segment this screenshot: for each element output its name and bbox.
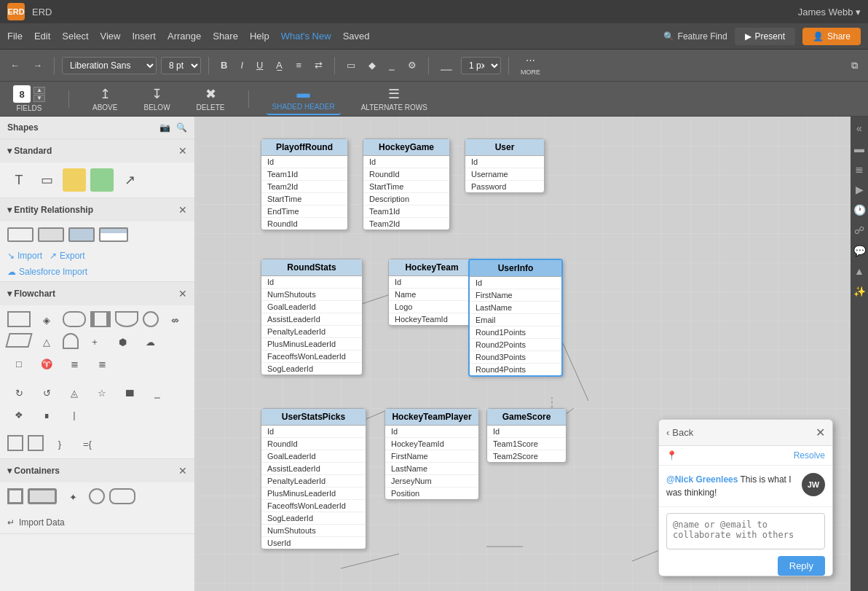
fc-list2[interactable]: ≣ [90,355,114,372]
er-shape-1[interactable] [7,227,33,242]
fc-square2[interactable] [7,435,23,451]
import-button[interactable]: ↘ Import [7,251,42,261]
font-size-select[interactable]: 8 pt [161,57,201,74]
fc-pentagon[interactable]: ⯀ [118,384,141,402]
fc-heptagon[interactable]: ⎯ [146,384,169,402]
er-header[interactable]: ▾ Entity Relationship ✕ [0,198,194,222]
menu-arrange[interactable]: Arrange [167,31,201,42]
underline-button[interactable]: U [252,57,267,74]
italic-button[interactable]: I [236,57,248,74]
er-shape-2[interactable] [38,227,64,242]
fc-trap[interactable]: △ [35,333,58,351]
magic-icon[interactable]: ✨ [852,284,867,299]
fc-parallelogram[interactable] [5,333,32,348]
fill-button[interactable]: ◆ [364,57,380,74]
delete-tool[interactable]: ✖ DELETE [191,83,231,114]
fc-arc2[interactable]: ↺ [35,384,58,402]
rect-shape[interactable]: ▭ [35,168,58,192]
fields-tool[interactable]: 8 ▲ ▼ FIELDS [7,82,51,115]
fc-hexagon[interactable]: ⬢ [111,333,134,351]
cont-1[interactable] [7,488,23,504]
game-score-table[interactable]: GameScore Id Team1Score Team2Score [486,408,567,463]
below-tool[interactable]: ↧ BELOW [138,83,175,114]
border-button[interactable]: ▭ [342,57,360,74]
menu-edit[interactable]: Edit [34,31,50,42]
cont-4[interactable] [89,488,105,504]
fc-rounded[interactable] [63,311,86,327]
fc-symbol1[interactable]: } [48,435,71,453]
layers-icon[interactable]: ☍ [852,223,867,238]
fc-custom2[interactable]: ☆ [90,384,114,402]
menu-view[interactable]: View [100,31,121,42]
menu-whats-new[interactable]: What's New [281,31,331,42]
fc-list1[interactable]: ≣ [63,355,86,372]
menu-insert[interactable]: Insert [132,31,156,42]
fc-square3[interactable] [28,435,44,451]
table-icon[interactable]: ≣ [852,162,867,176]
cont-5[interactable] [109,488,135,504]
fc-callout[interactable]: □ [7,355,31,372]
hockey-game-table[interactable]: HockeyGame Id RoundId StartTime Descript… [363,138,450,230]
fc-rect[interactable] [7,311,31,327]
bold-button[interactable]: B [216,57,232,74]
menu-select[interactable]: Select [62,31,88,42]
clock-icon[interactable]: 🕐 [852,203,867,217]
hockey-team-player-table[interactable]: HockeyTeamPlayer Id HockeyTeamId FirstNa… [384,408,479,500]
standard-close-button[interactable]: ✕ [178,145,187,157]
fc-custom1[interactable]: ◬ [63,384,86,402]
canvas-area[interactable]: PlayoffRound Id Team1Id Team2Id StartTim… [195,117,851,591]
fc-braces[interactable]: ∎ [35,406,58,423]
fc-symbol2[interactable]: ={ [76,435,99,453]
fc-curly[interactable]: | [63,406,86,423]
share-button[interactable]: 👤 Share [802,28,861,45]
containers-close-button[interactable]: ✕ [178,465,187,477]
resolve-button[interactable]: Resolve [794,450,825,461]
video-icon[interactable]: ▶ [852,182,867,197]
px-select[interactable]: 1 px [461,57,501,74]
er-shape-4[interactable] [99,227,128,242]
flowchart-header[interactable]: ▾ Flowchart ✕ [0,282,194,305]
export-button[interactable]: ↗ Export [50,251,85,261]
fc-bang[interactable]: ♈ [35,355,58,372]
shaded-header-tool[interactable]: ▬ SHADED HEADER [267,83,341,115]
hockey-team-table[interactable]: HockeyTeam Id Name Logo HockeyTeamId [388,259,476,326]
fc-cloud[interactable]: ☁ [138,333,162,351]
sticky-shape[interactable] [63,168,86,192]
reply-button[interactable]: Reply [778,556,825,576]
fields-up-button[interactable]: ▲ [33,87,45,94]
fc-diamond[interactable]: ◈ [35,311,58,329]
comment-icon[interactable]: 💬 [852,243,867,258]
er-close-button[interactable]: ✕ [178,204,187,216]
collapse-right-icon[interactable]: « [852,121,867,136]
line-color-button[interactable]: ⎯ [384,57,399,74]
fc-doc[interactable] [115,311,138,327]
publish-icon[interactable]: ▲ [852,264,867,278]
fc-leaf[interactable]: ❖ [7,406,31,423]
menu-share[interactable]: Share [213,31,238,42]
alternate-rows-tool[interactable]: ☰ ALTERNATE ROWS [355,83,433,114]
fc-cross[interactable]: + [83,333,106,351]
feature-find-button[interactable]: 🔍 Feature Find [663,31,727,42]
shapes-header[interactable]: Shapes 📷 🔍 [0,117,194,138]
text-align-button[interactable]: ⇄ [310,57,327,74]
undo-button[interactable]: ← [6,57,24,74]
redo-button[interactable]: → [28,57,47,74]
user-stats-picks-table[interactable]: UserStatsPicks Id RoundId GoalLeaderId A… [261,408,366,549]
cont-2[interactable] [28,488,57,504]
menu-help[interactable]: Help [250,31,269,42]
menu-file[interactable]: File [7,31,23,42]
format-panel-icon[interactable]: ▬ [852,141,867,156]
fc-cylinder[interactable] [63,333,79,349]
arrow-shape[interactable]: ↗ [118,168,141,192]
above-tool[interactable]: ↥ ABOVE [87,83,123,114]
format-button[interactable]: ⚙ [403,57,421,74]
salesforce-import-button[interactable]: ☁ Salesforce Import [0,267,95,281]
font-color-button[interactable]: A̲ [272,57,287,74]
align-button[interactable]: ≡ [291,57,306,74]
fields-down-button[interactable]: ▼ [33,95,45,102]
round-stats-table[interactable]: RoundStats Id NumShutouts GoalLeaderId A… [261,259,363,375]
user-info-table[interactable]: UserInfo Id FirstName LastName Email Rou… [468,259,563,377]
line-style-button[interactable]: ⎯⎯ [436,57,457,74]
fc-process[interactable] [90,311,111,327]
more-button[interactable]: ⋯MORE [516,52,545,79]
